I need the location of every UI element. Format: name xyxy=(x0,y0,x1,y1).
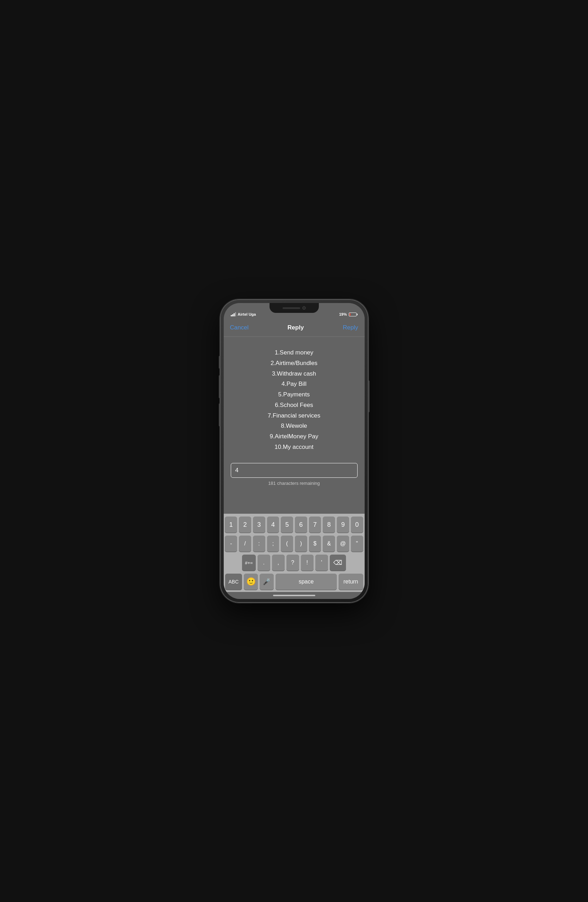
key-mic[interactable]: 🎤 xyxy=(260,574,274,590)
menu-item-8: 8.Wewole xyxy=(268,421,320,431)
key-quote[interactable]: " xyxy=(351,536,363,552)
menu-item-3: 3.Withdraw cash xyxy=(268,368,320,379)
key-at[interactable]: @ xyxy=(337,536,349,552)
key-0[interactable]: 0 xyxy=(351,517,363,533)
keyboard-row-symbols: - / : ; ( ) $ & @ " xyxy=(225,536,363,552)
keyboard-row-special: #+= . , ? ! ' ⌫ xyxy=(225,554,363,571)
signal-icon xyxy=(231,312,236,316)
menu-item-4: 4.Pay Bill xyxy=(268,379,320,389)
key-8[interactable]: 8 xyxy=(323,517,335,533)
battery-info: 19% xyxy=(339,312,357,316)
key-1[interactable]: 1 xyxy=(225,517,237,533)
menu-item-7: 7.Financial services xyxy=(268,410,320,421)
phone-frame: Airtel Uga 19% Cancel Reply Reply 1.Send… xyxy=(220,299,368,603)
key-space[interactable]: space xyxy=(275,574,336,590)
keyboard: 1 2 3 4 5 6 7 8 9 0 - / : ; ( ) $ & xyxy=(224,514,364,592)
key-ampersand[interactable]: & xyxy=(323,536,335,552)
key-6[interactable]: 6 xyxy=(295,517,307,533)
menu-item-10: 10.My account xyxy=(268,442,320,453)
menu-item-1: 1.Send money xyxy=(268,348,320,358)
key-9[interactable]: 9 xyxy=(337,517,349,533)
key-period[interactable]: . xyxy=(258,554,270,571)
key-exclamation[interactable]: ! xyxy=(301,554,314,571)
key-4[interactable]: 4 xyxy=(267,517,279,533)
key-emoji[interactable]: 🙂 xyxy=(244,574,258,590)
battery-percent: 19% xyxy=(339,312,347,316)
key-3[interactable]: 3 xyxy=(253,517,265,533)
page-title: Reply xyxy=(288,324,304,331)
key-slash[interactable]: / xyxy=(239,536,251,552)
notch xyxy=(269,303,319,313)
volume-down-button[interactable] xyxy=(219,403,220,426)
content-area: 1.Send money 2.Airtime/Bundles 3.Withdra… xyxy=(224,337,364,514)
battery-icon xyxy=(349,313,358,316)
keyboard-row-numbers: 1 2 3 4 5 6 7 8 9 0 xyxy=(225,517,363,533)
front-camera xyxy=(302,306,306,310)
key-7[interactable]: 7 xyxy=(309,517,321,533)
menu-item-2: 2.Airtime/Bundles xyxy=(268,358,320,368)
volume-up-button[interactable] xyxy=(219,375,220,398)
key-2[interactable]: 2 xyxy=(239,517,251,533)
key-colon[interactable]: : xyxy=(253,536,265,552)
key-5[interactable]: 5 xyxy=(281,517,293,533)
key-apostrophe[interactable]: ' xyxy=(315,554,328,571)
key-close-paren[interactable]: ) xyxy=(295,536,307,552)
carrier-info: Airtel Uga xyxy=(231,312,256,316)
menu-list: 1.Send money 2.Airtime/Bundles 3.Withdra… xyxy=(268,348,320,453)
speaker xyxy=(283,307,300,309)
reply-text-input[interactable] xyxy=(231,463,358,478)
key-question[interactable]: ? xyxy=(286,554,299,571)
key-dollar[interactable]: $ xyxy=(309,536,321,552)
key-hash-plus-equals[interactable]: #+= xyxy=(242,554,255,571)
home-bar-line xyxy=(273,595,315,596)
reply-button[interactable]: Reply xyxy=(343,324,358,331)
menu-item-5: 5.Payments xyxy=(268,389,320,400)
key-minus[interactable]: - xyxy=(225,536,237,552)
key-return[interactable]: return xyxy=(339,574,363,590)
carrier-name: Airtel Uga xyxy=(238,312,256,316)
home-bar xyxy=(224,592,364,599)
keyboard-row-bottom: ABC 🙂 🎤 space return xyxy=(225,574,363,590)
mute-button[interactable] xyxy=(219,356,220,368)
menu-item-9: 9.AirtelMoney Pay xyxy=(268,431,320,442)
reply-input-container xyxy=(231,463,358,478)
chars-remaining-label: 181 characters remaining xyxy=(268,481,320,486)
status-bar: Airtel Uga 19% xyxy=(224,303,364,318)
key-open-paren[interactable]: ( xyxy=(281,536,293,552)
power-button[interactable] xyxy=(368,381,369,412)
backspace-key[interactable]: ⌫ xyxy=(330,554,346,571)
key-comma[interactable]: , xyxy=(272,554,285,571)
key-abc[interactable]: ABC xyxy=(225,574,242,590)
navigation-bar: Cancel Reply Reply xyxy=(224,318,364,337)
phone-screen: Airtel Uga 19% Cancel Reply Reply 1.Send… xyxy=(224,303,364,599)
menu-item-6: 6.School Fees xyxy=(268,400,320,410)
cancel-button[interactable]: Cancel xyxy=(230,324,249,331)
key-semicolon[interactable]: ; xyxy=(267,536,279,552)
